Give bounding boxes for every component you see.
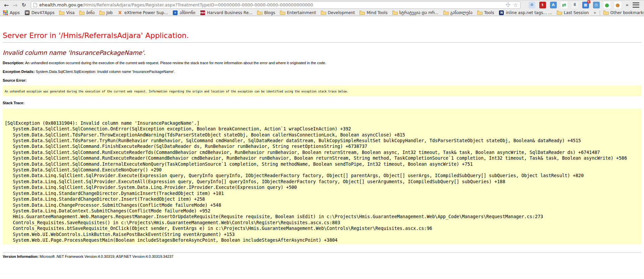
page-favicon-icon bbox=[33, 3, 37, 7]
error-title: Server Error in '/Hmis/ReferralsAdjara' … bbox=[3, 31, 641, 40]
stack-trace-box: [SqlException (0x80131904): Invalid colu… bbox=[3, 109, 641, 244]
bookmark-item[interactable]: ✕ამბიონი bbox=[172, 10, 195, 15]
bookmark-item[interactable]: XeXtreme Power Sup... bbox=[117, 10, 168, 15]
source-error-box: An unhandled exception was generated dur… bbox=[3, 85, 641, 96]
description-line: Description: An unhandled exception occu… bbox=[3, 61, 641, 65]
folder-icon bbox=[321, 10, 326, 15]
dev47apps-icon: W bbox=[24, 10, 30, 15]
bookmark-item[interactable]: განათლება bbox=[443, 10, 473, 15]
bookmark-item[interactable]: Tools bbox=[477, 10, 494, 15]
folder-icon bbox=[359, 10, 365, 15]
folder-icon bbox=[603, 10, 609, 15]
extensions-row: ⚙tA⇄⠿▦x◷●● bbox=[527, 2, 623, 8]
folder-icon bbox=[477, 10, 483, 15]
exception-details-text: System.Data.SqlClient.SqlException: Inva… bbox=[36, 70, 175, 74]
bookmarks-separator bbox=[600, 10, 600, 15]
folder-icon bbox=[99, 10, 105, 15]
version-label: Version Information: bbox=[3, 254, 39, 258]
folder-icon bbox=[79, 10, 85, 15]
bookmark-item[interactable]: Development bbox=[321, 10, 355, 15]
folder-icon bbox=[557, 10, 562, 15]
bookmark-label: Apps bbox=[10, 10, 20, 15]
source-error-line: Source Error: bbox=[3, 78, 641, 83]
bookmark-item[interactable]: Visa bbox=[59, 10, 75, 15]
bookmark-item[interactable]: Job bbox=[99, 10, 113, 15]
extension-badge: x bbox=[587, 0, 590, 3]
bottom-rule bbox=[3, 252, 641, 253]
version-text: Microsoft .NET Framework Version:4.0.303… bbox=[40, 254, 174, 258]
bookmark-item[interactable]: Ninline asp.net tags... ... bbox=[499, 10, 552, 15]
browser-toolbar: ← → ↻ ehealth.moh.gov.ge/Hmis/ReferralsA… bbox=[0, 0, 644, 9]
bookmark-item[interactable]: Blogs bbox=[257, 10, 275, 15]
bookmark-item[interactable]: WDev47Apps bbox=[24, 10, 55, 15]
dots-grid-icon[interactable]: ⠿ bbox=[572, 2, 578, 8]
chrome-menu-icon[interactable] bbox=[633, 2, 639, 8]
version-line: Version Information: Microsoft .NET Fram… bbox=[3, 254, 641, 259]
cookie-icon[interactable]: ● bbox=[614, 2, 621, 8]
url-domain: ehealth.moh.gov.ge bbox=[39, 2, 83, 7]
bookmark-item[interactable]: Last Session bbox=[557, 10, 589, 15]
bookmark-item[interactable]: ბინა bbox=[79, 10, 95, 15]
bookmarks-bar: AppsWDev47AppsVisaბინაJobXeXtreme Power … bbox=[0, 9, 644, 16]
window-settings-icon[interactable]: ⚙ bbox=[529, 2, 535, 8]
map-pin-icon[interactable]: ● bbox=[604, 2, 610, 8]
bookmark-label: Tools bbox=[484, 10, 494, 15]
t-red-icon[interactable]: t bbox=[539, 2, 546, 8]
other-bookmarks-button[interactable]: Other bookmarks bbox=[603, 10, 644, 15]
bookmark-label: Mind Tools bbox=[366, 10, 387, 15]
bookmark-label: Job bbox=[106, 10, 113, 15]
stack-trace-pre: [SqlException (0x80131904): Invalid colu… bbox=[5, 109, 641, 243]
folder-icon bbox=[257, 10, 262, 15]
other-bookmarks-label: Other bookmarks bbox=[610, 10, 644, 15]
exception-details-label: Exception Details: bbox=[3, 70, 35, 74]
window-clock-icon[interactable]: ◷ bbox=[593, 2, 600, 8]
title-rule bbox=[3, 42, 641, 43]
bookmark-label: ამბიონი bbox=[180, 10, 195, 15]
bookmark-label: სტრატეგია და ორ... bbox=[399, 10, 439, 15]
url-text[interactable]: ehealth.moh.gov.ge/Hmis/ReferralsAdjara/… bbox=[39, 2, 503, 7]
bookmark-item[interactable]: სტრატეგია და ორ... bbox=[392, 10, 439, 15]
folder-icon bbox=[443, 10, 449, 15]
reload-button[interactable]: ↻ bbox=[20, 1, 28, 9]
folder-icon bbox=[280, 10, 285, 15]
error-page: Server Error in '/Hmis/ReferralsAdjara' … bbox=[0, 16, 644, 279]
resize-arrows-icon[interactable]: ⇄ bbox=[561, 2, 567, 8]
bookmark-label: Blogs bbox=[264, 10, 275, 15]
bookmark-label: Visa bbox=[66, 10, 75, 15]
translate-icon[interactable]: A bbox=[550, 2, 557, 8]
description-label: Description: bbox=[3, 61, 24, 65]
bookmark-label: inline asp.net tags... ... bbox=[506, 10, 552, 15]
toolbar-overflow-chevron[interactable]: » bbox=[626, 2, 629, 7]
url-path: /Hmis/ReferralsAdjara/Pages/Register.asp… bbox=[83, 2, 313, 7]
description-text: An unhandled exception occurred during t… bbox=[25, 61, 326, 65]
bookmark-star-icon[interactable]: ☆ bbox=[513, 2, 518, 8]
url-bar[interactable]: ehealth.moh.gov.ge/Hmis/ReferralsAdjara/… bbox=[31, 1, 521, 9]
bookmark-label: Entertainment bbox=[287, 10, 316, 15]
bookmark-label: Last Session bbox=[564, 10, 589, 15]
bookmarks-overflow-chevron[interactable]: » bbox=[594, 10, 596, 15]
stack-trace-label: Stack Trace: bbox=[3, 101, 24, 105]
bookmark-item[interactable]: Mind Tools bbox=[359, 10, 387, 15]
bookmark-label: განათლება bbox=[450, 10, 473, 15]
hbr-icon: HBR bbox=[200, 10, 205, 15]
browser-chrome: ← → ↻ ehealth.moh.gov.ge/Hmis/ReferralsA… bbox=[0, 0, 644, 16]
x-blue-icon: ✕ bbox=[172, 10, 178, 15]
forward-button[interactable]: → bbox=[11, 1, 19, 9]
move-arrows-icon[interactable] bbox=[506, 2, 510, 8]
bookmark-label: Dev47Apps bbox=[32, 10, 55, 15]
bookmark-item[interactable]: Apps bbox=[3, 10, 20, 15]
apps-grid-icon bbox=[3, 10, 8, 15]
folder-icon bbox=[59, 10, 64, 15]
x-orange-icon: X bbox=[117, 10, 123, 15]
bookmark-label: eXtreme Power Sup... bbox=[125, 10, 168, 15]
source-error-label: Source Error: bbox=[3, 78, 27, 82]
bookmark-item[interactable]: Entertainment bbox=[280, 10, 316, 15]
folder-icon bbox=[392, 10, 398, 15]
stack-trace-line: Stack Trace: bbox=[3, 101, 641, 105]
error-subtitle: Invalid column name 'InsurancePackageNam… bbox=[3, 49, 641, 56]
calendar-icon[interactable]: ▦x bbox=[582, 2, 589, 8]
bookmark-item[interactable]: HBRHarvard Business Re... bbox=[200, 10, 252, 15]
back-button[interactable]: ← bbox=[3, 1, 10, 9]
n-navy-icon: N bbox=[499, 10, 504, 15]
bookmark-label: Development bbox=[328, 10, 355, 15]
